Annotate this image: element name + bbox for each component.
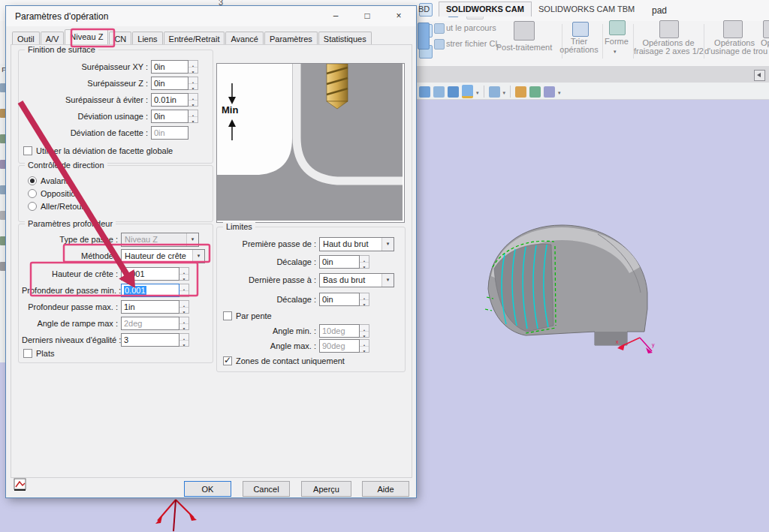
radio-label: Avalant (41, 176, 68, 185)
spinner[interactable] (188, 110, 198, 123)
surepaisseur-xy-input[interactable]: 0in (151, 60, 188, 74)
chevron-down-icon[interactable] (476, 87, 479, 96)
tab-solidworks-cam-tbm[interactable]: SOLIDWORKS CAM TBM (532, 2, 641, 17)
field-row: Angle de rampe max : 2deg (22, 316, 189, 331)
chevron-down-icon (186, 233, 198, 246)
measure-icon[interactable] (462, 85, 473, 98)
maximize-button[interactable]: □ (351, 8, 383, 24)
forme-icon[interactable] (609, 20, 626, 35)
spinner[interactable] (179, 284, 189, 297)
spinner (360, 324, 369, 338)
aide-button[interactable]: Aide (362, 481, 409, 497)
checkbox-icon (223, 356, 232, 365)
premiere-passe-dropdown[interactable]: Haut du brut (319, 237, 394, 251)
field-row: Type de passe : Niveau Z (22, 232, 199, 247)
zoom-area-icon[interactable] (433, 86, 445, 98)
save-cl-file-label[interactable]: strer fichier CL (446, 39, 500, 48)
field-label: Surépaisseur à éviter : (22, 95, 148, 104)
section-view-icon[interactable] (448, 86, 459, 98)
tab-niveau-z[interactable]: Niveau Z (65, 29, 108, 46)
field-label: Angle de rampe max : (22, 319, 118, 328)
checkbox-par-pente[interactable]: Par pente (223, 310, 272, 322)
clipped-group-label: Op (761, 38, 769, 47)
deviation-usinage-input[interactable]: 0in (151, 110, 188, 123)
chevron-down-icon[interactable] (558, 87, 561, 96)
post-process-icon[interactable] (514, 21, 535, 41)
angle-rampe-max-input: 2deg (121, 317, 179, 330)
new-toolpath-icon[interactable] (418, 23, 430, 50)
spinner[interactable] (360, 255, 369, 269)
checkbox-icon (23, 349, 32, 358)
field-row: Déviation usinage : 0in (22, 109, 198, 124)
mill-operations-label-2[interactable]: fraisage 2 axes 1/2 (634, 47, 703, 56)
part-ledge-face (595, 332, 627, 345)
zoom-fit-icon[interactable] (419, 86, 430, 98)
chevron-down-icon (381, 274, 394, 287)
clipped-group-icon (763, 20, 769, 38)
surepaisseur-eviter-input[interactable]: 0.01in (151, 93, 188, 107)
preview-image: Min (216, 63, 405, 223)
spinner[interactable] (188, 93, 198, 107)
hole-machining-icon[interactable] (723, 20, 743, 38)
field-row: Surépaisseur Z : 0in (22, 76, 198, 91)
checkbox-zones-contact[interactable]: Zones de contact uniquement (223, 355, 345, 367)
ribbon-pin-icon[interactable] (754, 70, 765, 81)
methode-dropdown[interactable]: Hauteur de crête (121, 249, 205, 263)
spinner[interactable] (179, 300, 189, 314)
close-button[interactable]: × (383, 8, 415, 24)
decalage-1-input[interactable]: 0in (319, 255, 360, 269)
display-style-icon[interactable] (529, 86, 541, 98)
derniers-niveaux-input[interactable]: 3 (121, 333, 179, 347)
hauteur-crete-input[interactable]: 0.001 (121, 267, 179, 281)
window-title-fragment: pad (652, 5, 667, 16)
radio-opposition[interactable]: Opposition (28, 188, 80, 200)
radio-label: Opposition (41, 189, 80, 198)
chevron-down-icon (381, 238, 394, 251)
checkbox-plats[interactable]: Plats (23, 347, 54, 359)
minimize-button[interactable]: – (320, 8, 351, 24)
angle-min-input: 10deg (319, 324, 360, 338)
scallop-preview-graphic: Min (217, 64, 403, 221)
spinner[interactable] (188, 60, 198, 74)
sort-operations-icon[interactable] (572, 22, 589, 37)
chevron-down-icon[interactable] (614, 46, 617, 55)
field-row: Décalage : 0in (220, 254, 369, 269)
radio-avalant[interactable]: Avalant (28, 175, 68, 187)
hole-machining-label-2[interactable]: d'usinage de trou (704, 47, 764, 56)
deviation-facette-input: 0in (151, 126, 188, 140)
checkbox-icon (23, 146, 32, 155)
profondeur-passe-max-input[interactable]: 1in (121, 300, 179, 314)
derniere-passe-dropdown[interactable]: Bas du brut (319, 273, 394, 287)
simulate-toolpath-icon[interactable] (434, 23, 445, 34)
spinner[interactable] (179, 333, 189, 347)
tab-solidworks-cam[interactable]: SOLIDWORKS CAM (439, 2, 532, 17)
checkbox-deviation-globale[interactable]: Utiliser la déviation de facette globale (23, 145, 173, 157)
forme-label[interactable]: Forme (599, 37, 634, 46)
spinner[interactable] (188, 77, 198, 90)
spinner[interactable] (179, 267, 189, 281)
profondeur-passe-min-input[interactable]: 0.001 (121, 284, 179, 297)
chevron-down-icon[interactable] (503, 87, 506, 96)
spinner (360, 339, 369, 353)
simulate-toolpath-label[interactable]: ut le parcours (446, 23, 496, 32)
surepaisseur-z-input[interactable]: 0in (151, 77, 188, 90)
mill-operations-icon[interactable] (659, 20, 679, 38)
ok-button[interactable]: OK (184, 481, 231, 497)
solidworks-cam-screen: x y pad 3 (0, 0, 769, 532)
post-process-label[interactable]: Post-traitement (496, 43, 553, 52)
dialog-corner-icon (14, 477, 29, 492)
view-orientation-icon[interactable] (489, 86, 500, 98)
save-cl-file-icon[interactable] (434, 39, 445, 50)
field-label: Type de passe : (22, 235, 118, 244)
radio-aller-retour[interactable]: Aller/Retour (28, 200, 84, 212)
decalage-2-input[interactable]: 0in (319, 293, 360, 306)
sort-operations-label-2[interactable]: opérations (557, 45, 601, 54)
spinner[interactable] (360, 293, 369, 306)
model-3d-part[interactable]: x y (451, 113, 691, 383)
hide-show-items-icon[interactable] (544, 86, 555, 98)
appearance-icon[interactable] (515, 86, 526, 98)
checkbox-icon (223, 311, 232, 320)
apercu-button[interactable]: Aperçu (301, 481, 351, 497)
cancel-button[interactable]: Cancel (243, 481, 290, 497)
group-finition-de-surface: Finition de surface Surépaisseur XY : 0i… (18, 50, 213, 164)
